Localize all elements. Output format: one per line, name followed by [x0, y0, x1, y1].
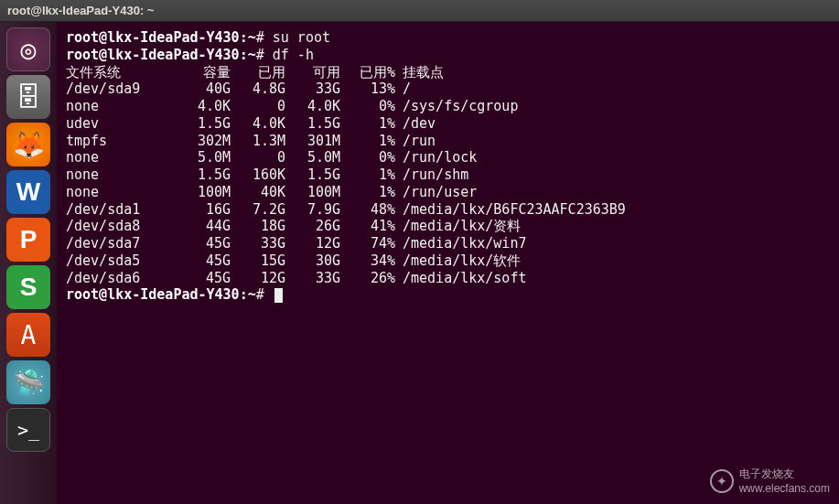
df-row: none1.5G160K1.5G1%/run/shm: [66, 166, 830, 184]
watermark: ✦ 电子发烧友 www.elecfans.com: [710, 466, 830, 495]
terminal-line: root@lkx-IdeaPad-Y430:~# df -h: [66, 47, 830, 64]
df-cell-mnt: /media/lkx/win7: [395, 235, 526, 252]
window-titlebar[interactable]: root@lkx-IdeaPad-Y430: ~: [0, 0, 839, 22]
dash-icon[interactable]: ◎: [6, 27, 50, 71]
df-cell-fs: /dev/sda8: [66, 218, 176, 235]
df-cell-fs: none: [66, 184, 176, 201]
software-center-icon[interactable]: A: [6, 313, 50, 357]
df-header-used: 已用: [231, 64, 285, 81]
df-cell-avail: 26G: [285, 218, 340, 235]
df-cell-size: 40G: [176, 80, 231, 98]
df-row: /dev/sda940G4.8G33G13%/: [66, 80, 830, 98]
df-cell-fs: /dev/sda1: [66, 201, 176, 219]
firefox-icon[interactable]: 🦊: [6, 123, 50, 166]
df-row: none100M40K100M1%/run/user: [66, 184, 830, 201]
df-row: none4.0K04.0K0%/sys/fs/cgroup: [66, 98, 830, 115]
terminal-line: root@lkx-IdeaPad-Y430:~#: [66, 286, 830, 304]
df-cell-avail: 7.9G: [285, 201, 340, 219]
df-cell-avail: 100M: [285, 184, 340, 201]
df-cell-pct: 74%: [340, 235, 395, 252]
df-cell-mnt: /dev: [395, 115, 436, 133]
df-cell-size: 44G: [176, 218, 231, 235]
df-cell-avail: 1.5G: [285, 115, 340, 133]
df-cell-size: 4.0K: [176, 98, 231, 115]
df-cell-mnt: /run/lock: [395, 149, 477, 166]
df-cell-size: 1.5G: [176, 115, 231, 133]
prompt-suffix: #: [256, 47, 264, 63]
cursor: [274, 288, 283, 303]
df-cell-fs: /dev/sda5: [66, 252, 176, 270]
wps-presentation-icon[interactable]: P: [6, 218, 50, 262]
df-cell-avail: 30G: [285, 252, 340, 270]
df-cell-used: 4.8G: [231, 80, 285, 98]
df-row: none5.0M05.0M0%/run/lock: [66, 149, 830, 166]
prompt-user-host: root@lkx-IdeaPad-Y430: [66, 286, 240, 303]
prompt-suffix: #: [256, 29, 264, 46]
df-cell-avail: 301M: [285, 133, 340, 150]
df-header-filesystem: 文件系统: [66, 64, 176, 81]
command-text: df -h: [273, 47, 314, 63]
command-text: su root: [273, 29, 330, 46]
df-header-mounted: 挂载点: [395, 64, 444, 81]
df-cell-pct: 13%: [340, 80, 395, 98]
terminal-icon[interactable]: >_: [6, 408, 50, 452]
terminal[interactable]: root@lkx-IdeaPad-Y430:~# su root root@lk…: [57, 22, 839, 504]
df-cell-fs: none: [66, 166, 176, 184]
df-cell-mnt: /sys/fs/cgroup: [395, 98, 518, 115]
df-row: /dev/sda844G18G26G41%/media/lkx/资料: [66, 218, 830, 235]
prompt-suffix: #: [256, 286, 264, 303]
watermark-text: 电子发烧友: [739, 467, 794, 480]
watermark-icon: ✦: [710, 469, 734, 493]
df-cell-used: 15G: [231, 252, 285, 270]
df-cell-size: 1.5G: [176, 166, 231, 184]
wps-writer-icon[interactable]: W: [6, 170, 50, 214]
df-cell-used: 7.2G: [231, 201, 285, 219]
df-cell-used: 1.3M: [231, 133, 285, 150]
df-cell-pct: 34%: [340, 252, 395, 270]
prompt-path: ~: [248, 29, 256, 46]
unity-launcher: ◎ 🗄 🦊 W P S A 🛸 >_: [0, 22, 57, 504]
df-cell-fs: none: [66, 98, 176, 115]
df-cell-used: 33G: [231, 235, 285, 252]
df-cell-used: 4.0K: [231, 115, 285, 133]
prompt-user-host: root@lkx-IdeaPad-Y430: [66, 29, 240, 46]
wps-spreadsheet-icon[interactable]: S: [6, 265, 50, 309]
df-row: udev1.5G4.0K1.5G1%/dev: [66, 115, 830, 133]
df-cell-size: 302M: [176, 133, 231, 150]
df-row: /dev/sda116G7.2G7.9G48%/media/lkx/B6FC23…: [66, 201, 830, 219]
df-header-pct: 已用%: [340, 64, 395, 81]
df-cell-used: 12G: [231, 270, 285, 287]
window-title: root@lkx-IdeaPad-Y430: ~: [7, 4, 154, 17]
df-cell-mnt: /: [395, 80, 411, 98]
df-cell-avail: 33G: [285, 270, 340, 287]
df-header-row: 文件系统 容量 已用 可用 已用% 挂载点: [66, 64, 830, 81]
df-cell-used: 18G: [231, 218, 285, 235]
df-cell-avail: 33G: [285, 80, 340, 98]
df-cell-pct: 41%: [340, 218, 395, 235]
df-cell-used: 40K: [231, 184, 285, 201]
watermark-url: www.elecfans.com: [739, 482, 830, 495]
df-cell-mnt: /run: [395, 133, 436, 150]
df-cell-mnt: /run/shm: [395, 166, 468, 184]
df-cell-fs: none: [66, 149, 176, 166]
df-cell-pct: 0%: [340, 149, 395, 166]
df-cell-fs: udev: [66, 115, 176, 133]
df-cell-size: 5.0M: [176, 149, 231, 166]
devices-icon[interactable]: 🛸: [6, 360, 50, 404]
prompt-path: ~: [248, 286, 256, 303]
prompt-path: ~: [248, 47, 256, 63]
df-cell-used: 0: [231, 98, 285, 115]
df-cell-avail: 5.0M: [285, 149, 340, 166]
prompt-user-host: root@lkx-IdeaPad-Y430: [66, 47, 240, 63]
df-cell-fs: /dev/sda9: [66, 80, 176, 98]
df-cell-size: 45G: [176, 235, 231, 252]
df-row: /dev/sda645G12G33G26%/media/lkx/soft: [66, 270, 830, 287]
files-icon[interactable]: 🗄: [6, 75, 50, 119]
df-cell-pct: 1%: [340, 184, 395, 201]
df-cell-fs: tmpfs: [66, 133, 176, 150]
df-cell-size: 100M: [176, 184, 231, 201]
df-cell-avail: 4.0K: [285, 98, 340, 115]
df-header-size: 容量: [176, 64, 231, 81]
df-cell-pct: 26%: [340, 270, 395, 287]
df-output: /dev/sda940G4.8G33G13%/none4.0K04.0K0%/s…: [66, 80, 830, 286]
